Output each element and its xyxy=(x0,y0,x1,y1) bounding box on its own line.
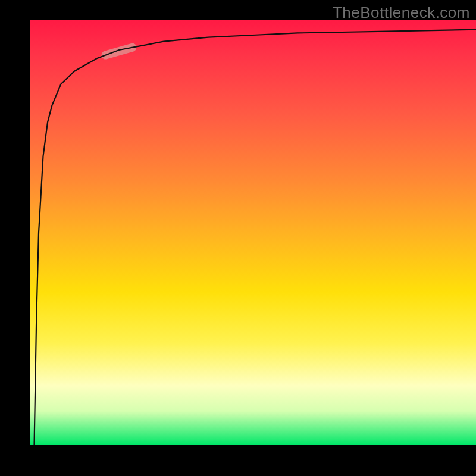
watermark-text: TheBottleneck.com xyxy=(333,4,470,22)
chart-svg xyxy=(30,20,476,445)
chart-plot-area xyxy=(30,20,476,445)
chart-frame xyxy=(0,0,476,476)
chart-stage: TheBottleneck.com xyxy=(0,0,476,476)
curve-line xyxy=(35,30,477,445)
